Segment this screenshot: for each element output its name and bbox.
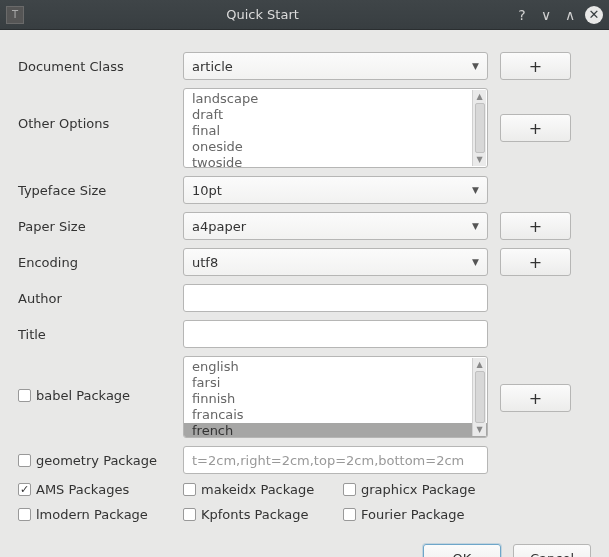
add-encoding-button[interactable]: +	[500, 248, 571, 276]
babel-language-listbox[interactable]: englishfarsifinnishfrancaisfrench ▲ ▼	[183, 356, 488, 438]
kpfonts-checkbox[interactable]	[183, 508, 196, 521]
geometry-label: geometry Package	[36, 453, 157, 468]
list-item[interactable]: twoside	[184, 155, 487, 168]
list-item[interactable]: farsi	[184, 375, 487, 391]
lmodern-row: lmodern Package	[18, 507, 183, 522]
list-item[interactable]: draft	[184, 107, 487, 123]
title-input[interactable]	[183, 320, 488, 348]
ams-row: AMS Packages	[18, 482, 183, 497]
paper-size-combo[interactable]: a4paper ▼	[183, 212, 488, 240]
chevron-down-icon: ▼	[472, 185, 479, 195]
author-label: Author	[18, 291, 183, 306]
ams-label: AMS Packages	[36, 482, 129, 497]
close-icon[interactable]: ✕	[585, 6, 603, 24]
encoding-label: Encoding	[18, 255, 183, 270]
maximize-icon[interactable]: ∧	[561, 6, 579, 24]
scroll-down-icon[interactable]: ▼	[476, 155, 482, 164]
add-babel-lang-button[interactable]: +	[500, 384, 571, 412]
document-class-combo[interactable]: article ▼	[183, 52, 488, 80]
encoding-combo[interactable]: utf8 ▼	[183, 248, 488, 276]
list-item[interactable]: english	[184, 359, 487, 375]
list-item[interactable]: french	[184, 423, 487, 438]
cancel-button[interactable]: Cancel	[513, 544, 591, 557]
chevron-down-icon: ▼	[472, 257, 479, 267]
graphicx-row: graphicx Package	[343, 482, 503, 497]
add-document-class-button[interactable]: +	[500, 52, 571, 80]
scroll-thumb[interactable]	[475, 371, 485, 423]
ams-checkbox[interactable]	[18, 483, 31, 496]
lmodern-checkbox[interactable]	[18, 508, 31, 521]
scroll-up-icon[interactable]: ▲	[476, 92, 482, 101]
title-label: Title	[18, 327, 183, 342]
paper-size-label: Paper Size	[18, 219, 183, 234]
help-icon[interactable]: ?	[513, 6, 531, 24]
geometry-input[interactable]: t=2cm,right=2cm,top=2cm,bottom=2cm	[183, 446, 488, 474]
dialog-content: Document Class article ▼ + Other Options…	[0, 30, 609, 557]
chevron-down-icon: ▼	[472, 221, 479, 231]
chevron-down-icon: ▼	[472, 61, 479, 71]
list-item[interactable]: finnish	[184, 391, 487, 407]
kpfonts-label: Kpfonts Package	[201, 507, 308, 522]
typeface-size-label: Typeface Size	[18, 183, 183, 198]
fourier-label: Fourier Package	[361, 507, 465, 522]
fourier-checkbox[interactable]	[343, 508, 356, 521]
makeidx-label: makeidx Package	[201, 482, 314, 497]
other-options-listbox[interactable]: landscapedraftfinalonesidetwoside ▲ ▼	[183, 88, 488, 168]
scrollbar[interactable]: ▲ ▼	[472, 358, 486, 436]
ok-button[interactable]: OK	[423, 544, 501, 557]
graphicx-label: graphicx Package	[361, 482, 476, 497]
paper-size-value: a4paper	[192, 219, 246, 234]
geometry-row: geometry Package	[18, 453, 183, 468]
author-input[interactable]	[183, 284, 488, 312]
lmodern-label: lmodern Package	[36, 507, 148, 522]
typeface-size-combo[interactable]: 10pt ▼	[183, 176, 488, 204]
encoding-value: utf8	[192, 255, 218, 270]
add-other-option-button[interactable]: +	[500, 114, 571, 142]
scroll-up-icon[interactable]: ▲	[476, 360, 482, 369]
kpfonts-row: Kpfonts Package	[183, 507, 343, 522]
list-item[interactable]: francais	[184, 407, 487, 423]
other-options-label: Other Options	[18, 88, 183, 131]
window-title: Quick Start	[32, 7, 513, 22]
graphicx-checkbox[interactable]	[343, 483, 356, 496]
babel-checkbox[interactable]	[18, 389, 31, 402]
document-class-label: Document Class	[18, 59, 183, 74]
typeface-size-value: 10pt	[192, 183, 222, 198]
geometry-checkbox[interactable]	[18, 454, 31, 467]
minimize-icon[interactable]: ∨	[537, 6, 555, 24]
window-controls: ? ∨ ∧ ✕	[513, 6, 603, 24]
titlebar: T Quick Start ? ∨ ∧ ✕	[0, 0, 609, 30]
list-item[interactable]: oneside	[184, 139, 487, 155]
document-class-value: article	[192, 59, 233, 74]
scrollbar[interactable]: ▲ ▼	[472, 90, 486, 166]
scroll-thumb[interactable]	[475, 103, 485, 153]
fourier-row: Fourier Package	[343, 507, 503, 522]
makeidx-row: makeidx Package	[183, 482, 343, 497]
babel-row: babel Package	[18, 356, 183, 403]
add-paper-size-button[interactable]: +	[500, 212, 571, 240]
list-item[interactable]: final	[184, 123, 487, 139]
list-item[interactable]: landscape	[184, 91, 487, 107]
app-icon: T	[6, 6, 24, 24]
scroll-down-icon[interactable]: ▼	[476, 425, 482, 434]
makeidx-checkbox[interactable]	[183, 483, 196, 496]
babel-label: babel Package	[36, 388, 130, 403]
